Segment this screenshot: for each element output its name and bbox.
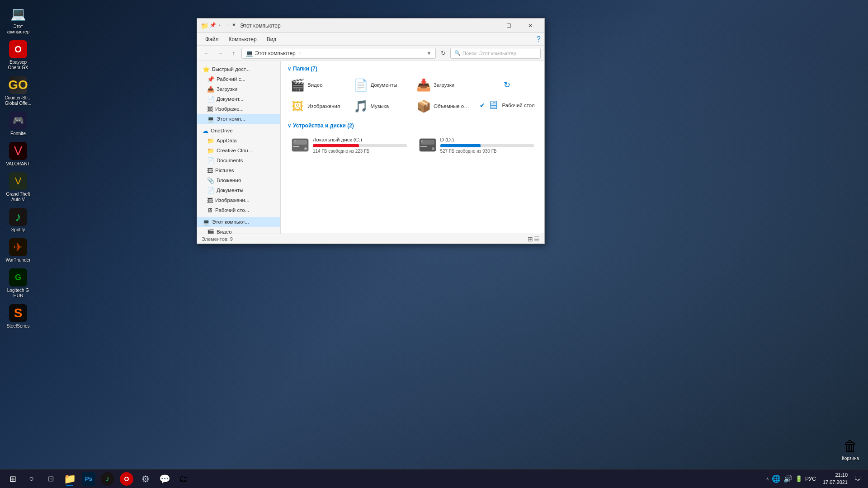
folder-downloads[interactable]: 📥 Загрузки [414, 75, 475, 94]
opera-icon-label: БраузерOpera GX [8, 60, 28, 70]
sidebar-documents[interactable]: 📄 Документ... [197, 94, 280, 104]
folder-music-name: Музыка [371, 103, 389, 109]
taskbar-discord[interactable]: 💬 [156, 471, 174, 487]
taskbar-photoshop[interactable]: Ps [80, 471, 98, 487]
sidebar-od-images[interactable]: 🖼 Изображени... [197, 195, 280, 205]
desktop-icon-logitech[interactable]: G Logitech GHUB [2, 266, 34, 301]
drive-d-bar [440, 144, 481, 147]
recycle-bin-label: Корзина [842, 456, 859, 461]
drive-c-name: Локальный диск (C:) [313, 137, 407, 142]
sidebar-quick-access-header[interactable]: ⭐ Быстрый дост... [197, 64, 280, 74]
maximize-button[interactable]: ☐ [498, 19, 519, 33]
notification-area[interactable]: 🗨 [851, 471, 864, 487]
desktop-icon-warthunder[interactable]: ✈ WarThunder [2, 236, 34, 265]
folder-desktop[interactable]: ✔ 🖥 Рабочий стол [477, 94, 538, 116]
view-controls: ⊞ ☰ [528, 235, 540, 243]
menu-view[interactable]: Вид [262, 35, 281, 44]
folder-video[interactable]: 🎬 Видео [288, 75, 349, 94]
title-bar: 📁 📌 ← → ▼ Этот компьютер — ☐ ✕ [197, 19, 544, 33]
view-details[interactable]: ☰ [534, 235, 540, 243]
volume-icon[interactable]: 🔊 [783, 474, 793, 483]
spotify-icon: ♪ [9, 208, 27, 226]
search-placeholder: Поиск: Этот компьютер [462, 51, 516, 56]
menu-file[interactable]: Файл [201, 35, 223, 44]
taskbar-search[interactable]: ○ [23, 471, 41, 487]
taskbar-task-view[interactable]: ⊡ [42, 471, 60, 487]
up-button[interactable]: ↑ [228, 47, 240, 59]
desktop-icon-steelseries[interactable]: S SteelSeries [2, 302, 34, 331]
sidebar-desktop-pin-icon: 📌 [207, 76, 214, 83]
pin-icon[interactable]: 📌 [210, 22, 216, 29]
search-box[interactable]: 🔍 Поиск: Этот компьютер [450, 48, 541, 59]
help-icon[interactable]: ? [537, 35, 541, 43]
sidebar-this-computer-main[interactable]: 💻 Этот компьют... [197, 217, 280, 227]
devices-section-header[interactable]: Устройства и диски (2) [288, 122, 538, 129]
address-bar[interactable]: 💻 Этот компьютер › ▼ [241, 48, 436, 59]
folders-section-header[interactable]: Папки (7) [288, 66, 538, 72]
sidebar-onedrive-header[interactable]: ☁ OneDrive [197, 126, 280, 136]
sidebar-creative-cloud[interactable]: 📁 Creative Clou... [197, 145, 280, 155]
desktop-icon-valorant[interactable]: V VALORANT [2, 140, 34, 169]
folder-images[interactable]: 🖼 Изображения [288, 97, 349, 116]
folder-music[interactable]: 🎵 Музыка [351, 97, 412, 116]
recycle-bin[interactable]: 🗑 Корзина [842, 438, 859, 461]
taskbar-files[interactable]: 🗂 [175, 471, 193, 487]
clock-date: 17.07.2021 [823, 479, 848, 486]
sidebar-attachments[interactable]: 📎 Вложения [197, 175, 280, 185]
network-icon[interactable]: 🌐 [772, 474, 781, 483]
taskbar-clock[interactable]: 21:10 17.07.2021 [821, 472, 850, 486]
sidebar-tc-video[interactable]: 🎬 Видео [197, 227, 280, 234]
folder-grid: 🎬 Видео 📄 Документы 📥 Загрузки ↻ [288, 75, 538, 116]
desktop-sync-icon: ✔ [480, 102, 485, 109]
view-large-icons[interactable]: ⊞ [528, 235, 533, 243]
sidebar-od-documents[interactable]: 📄 Documents [197, 155, 280, 165]
sidebar-od-docs-ru[interactable]: 📄 Документы [197, 185, 280, 195]
taskbar-opera[interactable]: O [118, 471, 136, 487]
opera-tb-icon: O [120, 472, 133, 486]
sidebar-appdata[interactable]: 📁 AppData [197, 136, 280, 145]
desktop-icon-computer[interactable]: 💻 Этоткомпьютер [2, 2, 34, 37]
sidebar-od-desktop[interactable]: 🖥 Рабочий сто... [197, 205, 280, 215]
taskbar-start[interactable]: ⊞ [4, 471, 22, 487]
desktop-icon-fortnite[interactable]: 🎮 Fortnite [2, 109, 34, 139]
svg-text:V: V [15, 175, 22, 187]
minimize-button[interactable]: — [476, 19, 497, 33]
close-button[interactable]: ✕ [520, 19, 541, 33]
desktop-icon-csgo[interactable]: GO Counter-Str...Global Offe... [2, 74, 34, 108]
forward-title-icon[interactable]: → [225, 22, 230, 29]
svg-text:D:: D: [421, 140, 424, 143]
back-button[interactable]: ← [201, 47, 212, 59]
desktop-icon-gta[interactable]: V Grand Theft Auto V [2, 170, 34, 205]
back-title-icon[interactable]: ← [218, 22, 223, 29]
drive-c-info: Локальный диск (C:) 114 ГБ свободно из 2… [313, 137, 407, 154]
sidebar-downloads-text: Загрузки [217, 86, 237, 92]
taskbar-explorer[interactable]: 📁 [61, 471, 79, 487]
sidebar-this-computer-quick[interactable]: 💻 Этот комп... [197, 114, 280, 124]
content-area: Папки (7) 🎬 Видео 📄 Документы 📥 [281, 61, 544, 234]
refresh-button[interactable]: ↻ [438, 48, 448, 59]
language-indicator[interactable]: РУС [805, 476, 816, 482]
battery-icon[interactable]: 🔋 [795, 475, 802, 482]
desktop-icon-opera[interactable]: O БраузерOpera GX [2, 38, 34, 73]
drive-d[interactable]: D: D (D:) 527 ГБ свободно из 930 ГБ [415, 132, 538, 158]
down-title-icon[interactable]: ▼ [231, 22, 236, 29]
recycle-bin-icon: 🗑 [843, 438, 858, 455]
sidebar-desktop[interactable]: 📌 Рабочий с... [197, 74, 280, 84]
sidebar-pictures[interactable]: 🖼 Изображе... [197, 104, 280, 114]
desktop-icon-spotify[interactable]: ♪ Spotify [2, 206, 34, 235]
folder-documents[interactable]: 📄 Документы [351, 75, 412, 94]
sidebar-od-pictures[interactable]: 🖼 Pictures [197, 165, 280, 175]
address-dropdown-icon[interactable]: ▼ [426, 50, 432, 56]
sidebar-quick-access: ⭐ Быстрый дост... 📌 Рабочий с... 📥 Загру… [197, 63, 280, 125]
notification-arrow[interactable]: ∧ [766, 476, 769, 481]
folder-desktop-inner: ✔ 🖥 [480, 99, 500, 112]
forward-button[interactable]: → [214, 47, 226, 59]
folder-3d[interactable]: 📦 Объемные объекты [414, 97, 475, 116]
drives-grid: C: Локальный диск (C:) 114 ГБ свободно и… [288, 132, 538, 158]
sidebar-downloads[interactable]: 📥 Загрузки [197, 84, 280, 94]
taskbar-steam[interactable]: ⚙ [137, 471, 155, 487]
drive-c[interactable]: C: Локальный диск (C:) 114 ГБ свободно и… [288, 132, 410, 158]
taskbar-spotify[interactable]: ♪ [99, 471, 117, 487]
menu-computer[interactable]: Компьютер [224, 35, 261, 44]
od-documents-icon: 📄 [207, 157, 214, 164]
